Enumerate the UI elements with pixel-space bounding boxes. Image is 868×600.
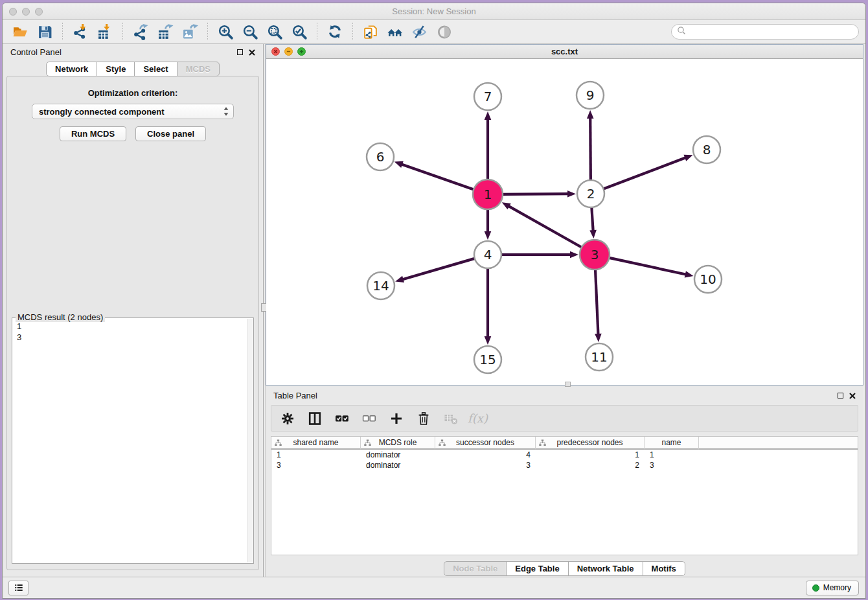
cell-shared-name[interactable]: 3 (271, 460, 361, 470)
cell-mcds-role[interactable]: dominator (361, 450, 435, 460)
open-session-button[interactable] (10, 22, 30, 41)
cell-mcds-role[interactable]: dominator (361, 460, 435, 470)
tab-network-table[interactable]: Network Table (568, 561, 643, 576)
zoom-out-icon (242, 24, 258, 40)
table-settings-button[interactable] (279, 410, 295, 426)
task-history-button[interactable] (8, 581, 29, 595)
mcds-result-list[interactable]: 13 (14, 319, 247, 562)
graph-node-2[interactable]: 2 (577, 180, 604, 207)
column-header-name[interactable]: name (645, 437, 699, 450)
search-box[interactable] (671, 24, 859, 40)
tab-select[interactable]: Select (134, 62, 177, 76)
app-titlebar[interactable]: Session: New Session (3, 3, 865, 20)
zoom-out-button[interactable] (240, 22, 260, 41)
first-neighbors-icon (387, 24, 404, 40)
graph-node-15[interactable]: 15 (474, 346, 501, 373)
tab-style[interactable]: Style (97, 62, 135, 76)
export-network-button[interactable] (130, 22, 151, 41)
graph-node-9[interactable]: 9 (577, 82, 604, 109)
graph-node-3[interactable]: 3 (580, 240, 610, 270)
cell-shared-name[interactable]: 1 (271, 450, 361, 460)
edge-4-3[interactable] (501, 251, 578, 259)
float-panel-icon[interactable] (237, 49, 243, 55)
column-header-predecessor-nodes[interactable]: predecessor nodes (536, 437, 645, 450)
toolbar-separator (352, 23, 353, 41)
tab-network[interactable]: Network (46, 62, 97, 76)
graph-node-8[interactable]: 8 (693, 136, 720, 163)
network-canvas[interactable]: 7968124314101511 (266, 59, 863, 385)
delete-columns-icon (417, 411, 431, 426)
tab-motifs[interactable]: Motifs (643, 561, 685, 576)
edge-3-10[interactable] (609, 258, 693, 278)
float-panel-icon[interactable] (838, 393, 843, 398)
run-mcds-button[interactable]: Run MCDS (60, 126, 126, 141)
export-image-button[interactable] (179, 22, 200, 41)
horizontal-splitter[interactable] (266, 386, 863, 387)
graph-node-6[interactable]: 6 (367, 143, 394, 170)
add-column-button[interactable] (388, 410, 404, 426)
unselect-all-columns-button[interactable] (361, 410, 377, 426)
clone-network-button[interactable] (360, 22, 381, 41)
cell-predecessor-nodes[interactable]: 1 (536, 450, 645, 460)
first-neighbors-button[interactable] (385, 22, 405, 41)
edge-2-8[interactable] (604, 155, 693, 189)
graph-node-1[interactable]: 1 (473, 179, 503, 209)
graph-node-10[interactable]: 10 (694, 266, 722, 293)
delete-columns-button[interactable] (415, 410, 431, 426)
memory-button[interactable]: Memory (806, 581, 859, 595)
result-scrollbar[interactable] (247, 319, 253, 562)
edge-2-3[interactable] (589, 207, 597, 238)
edge-1-7[interactable] (485, 111, 492, 179)
column-header-successor-nodes[interactable]: successor nodes (435, 437, 536, 450)
vertical-splitter[interactable] (263, 44, 266, 577)
column-header-mcds-role[interactable]: MCDS role (361, 437, 435, 450)
close-panel-icon[interactable] (849, 393, 856, 399)
save-session-button[interactable] (34, 22, 55, 41)
cell-predecessor-nodes[interactable]: 2 (536, 460, 645, 470)
column-header-shared-name[interactable]: shared name (271, 437, 361, 450)
edge-4-15[interactable] (485, 268, 492, 345)
graph-node-7[interactable]: 7 (474, 83, 501, 110)
table-row[interactable]: 3dominator323 (271, 460, 858, 470)
node-label: 4 (484, 247, 492, 262)
tab-edge-table[interactable]: Edge Table (506, 561, 568, 576)
import-network-from-file-button[interactable] (70, 22, 91, 41)
graph-node-4[interactable]: 4 (474, 241, 501, 268)
column-header-filler (699, 437, 858, 450)
graph-node-14[interactable]: 14 (367, 272, 394, 299)
edge-2-9[interactable] (587, 110, 594, 180)
cell-name[interactable]: 1 (645, 450, 699, 460)
search-input[interactable] (689, 27, 853, 37)
import-table-from-file-button[interactable] (95, 22, 115, 41)
apply-preferred-layout-button[interactable] (325, 22, 345, 41)
close-panel-icon[interactable] (249, 49, 255, 56)
graph-node-11[interactable]: 11 (586, 343, 613, 371)
edge-3-1[interactable] (502, 202, 582, 247)
splitter-handle[interactable] (565, 382, 571, 387)
edge-4-14[interactable] (395, 259, 475, 283)
table-row[interactable]: 1dominator411 (271, 450, 858, 460)
show-all-button[interactable] (434, 22, 455, 41)
zoom-fit-content-button[interactable] (264, 22, 285, 41)
edge-1-2[interactable] (503, 190, 576, 198)
cell-successor-nodes[interactable]: 4 (435, 450, 536, 460)
hide-selected-button[interactable] (409, 22, 430, 41)
select-all-columns-button[interactable] (334, 410, 350, 426)
edge-1-6[interactable] (394, 161, 474, 190)
tab-mcds[interactable]: MCDS (177, 62, 220, 76)
zoom-in-button[interactable] (215, 22, 236, 41)
tab-node-table[interactable]: Node Table (444, 561, 507, 576)
network-window-titlebar[interactable]: scc.txt (266, 45, 863, 59)
add-column-icon (389, 411, 404, 426)
close-panel-button[interactable]: Close panel (135, 126, 206, 141)
edge-1-4[interactable] (485, 209, 492, 240)
criterion-dropdown[interactable]: strongly connected component (32, 104, 234, 119)
node-label: 14 (372, 278, 389, 294)
export-table-button[interactable] (155, 22, 176, 41)
show-columns-button[interactable] (306, 410, 323, 426)
cell-name[interactable]: 3 (645, 460, 699, 470)
cell-successor-nodes[interactable]: 3 (435, 460, 536, 470)
edge-3-11[interactable] (595, 270, 602, 342)
network-graph[interactable]: 7968124314101511 (266, 59, 865, 384)
zoom-selected-region-button[interactable] (289, 22, 310, 41)
